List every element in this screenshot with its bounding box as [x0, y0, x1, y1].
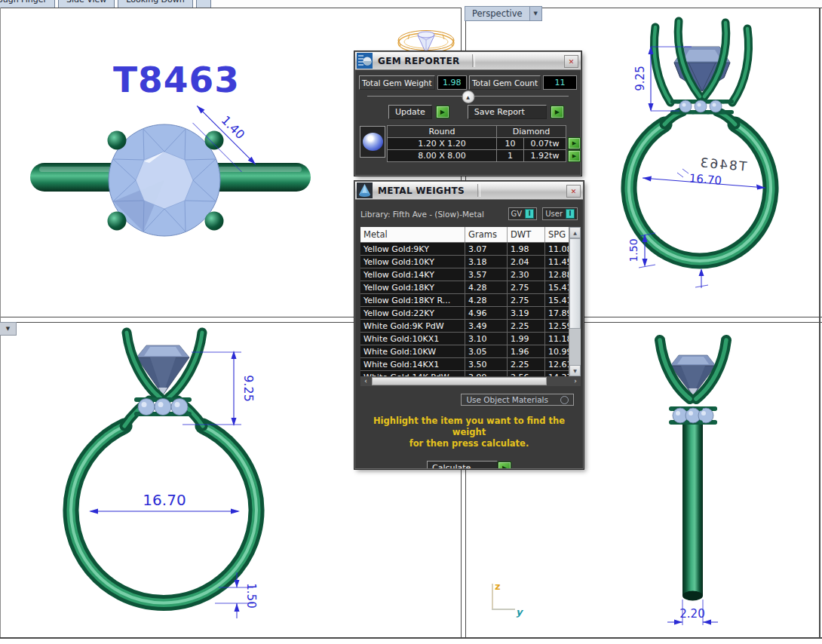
axis-y-label: y: [516, 606, 524, 618]
total-gem-count-value: 11: [543, 75, 577, 90]
cell-grams: 3.49: [465, 319, 508, 333]
cell-dwt: 1.99: [507, 332, 545, 345]
cell-grams: 4.96: [465, 306, 508, 320]
gv-toggle[interactable]: GV: [508, 207, 538, 220]
gem-reporter-panel: GEM REPORTER Total Gem Weight 1.98 Total…: [354, 51, 581, 176]
table-row[interactable]: Yellow Gold:18KY R... 4.28 2.75 15.41: [360, 294, 581, 307]
gem-reporter-buttons: Update Save Report: [388, 105, 581, 119]
tab-label: Looking Down: [126, 0, 184, 5]
cell-metal: Yellow Gold:14KY: [360, 268, 465, 281]
table-row[interactable]: White Gold:10KX1 3.10 1.99 11.18: [360, 333, 581, 345]
horizontal-scrollbar[interactable]: [360, 376, 581, 386]
gem-thumbnail: [360, 126, 385, 158]
gem-reporter-icon: [357, 53, 373, 69]
viewport-tab-stub[interactable]: [196, 0, 211, 8]
gem-totals-row: Total Gem Weight 1.98 Total Gem Count 11: [359, 75, 577, 90]
scroll-left-icon[interactable]: [360, 376, 371, 386]
gem-size: 8.00 X 8.00: [387, 149, 497, 162]
radio-circle-icon[interactable]: [560, 396, 569, 404]
leader-mark: [695, 268, 708, 288]
use-object-materials-row: Use Object Materials: [355, 394, 574, 406]
scroll-up-icon[interactable]: [569, 227, 581, 238]
column-header-dwt[interactable]: DWT: [507, 227, 545, 243]
tab-strip: Through Finger Side View Looking Down: [0, 0, 211, 8]
cell-dwt: 2.56: [507, 370, 545, 376]
metal-weights-titlebar[interactable]: METAL WEIGHTS: [355, 182, 583, 200]
gem-size: 1.20 X 1.20: [387, 137, 497, 150]
cell-metal: Yellow Gold:18KY R...: [360, 293, 465, 307]
use-object-materials-label: Use Object Materials: [466, 395, 548, 404]
user-toggle[interactable]: User: [542, 207, 578, 220]
collapse-separator: [367, 96, 569, 104]
gem-reporter-titlebar[interactable]: GEM REPORTER: [355, 52, 581, 70]
table-row[interactable]: Yellow Gold:22KY 4.96 3.19 17.89: [360, 307, 581, 320]
table-row[interactable]: Yellow Gold:18KY 4.28 2.75 15.41: [360, 281, 581, 294]
gem-type-header: Diamond: [496, 125, 566, 138]
table-row[interactable]: White Gold:14KX1 3.50 2.25 12.61: [360, 358, 581, 371]
window-border-bottom: [0, 637, 822, 639]
close-icon[interactable]: [566, 185, 581, 198]
table-row[interactable]: White Gold:10KW 3.05 1.96 10.99: [360, 345, 581, 358]
dimension-label-inner-diameter: 16.70: [689, 171, 722, 187]
window-border-right: [819, 8, 820, 639]
table-row[interactable]: White Gold:9K PdW 3.49 2.25 12.59: [360, 320, 581, 333]
use-object-materials-button[interactable]: Use Object Materials: [461, 394, 574, 406]
metal-table-header: Metal Grams DWT SPG: [360, 227, 581, 243]
cell-grams: 3.10: [465, 332, 508, 345]
gem-summary-table: Round Diamond 1.20 X 1.20 10 0.07tw 8.00…: [360, 126, 581, 162]
table-row[interactable]: White Gold:14K PdW 3.99 2.56 14.37: [360, 371, 581, 376]
cell-grams: 3.57: [465, 268, 508, 281]
cell-grams: 3.50: [465, 357, 508, 371]
calculate-row: Calculate: [355, 461, 583, 469]
viewport-tab-through-finger[interactable]: Through Finger: [0, 0, 55, 8]
calculate-button[interactable]: Calculate: [427, 461, 498, 469]
engraved-model-number-mirrored: T8463: [698, 155, 748, 174]
gem-row-go-icon[interactable]: [568, 150, 581, 162]
panel-title: METAL WEIGHTS: [378, 186, 465, 196]
cell-dwt: 2.25: [507, 357, 545, 371]
viewport-label-collapsed[interactable]: [0, 322, 17, 336]
titlebar-groove: [477, 184, 480, 197]
scrollbar-thumb[interactable]: [569, 238, 581, 329]
scroll-right-icon[interactable]: [570, 376, 581, 386]
scroll-down-icon[interactable]: [569, 365, 581, 376]
calculate-go-icon[interactable]: [498, 462, 511, 469]
gem-row-go-icon[interactable]: [568, 137, 581, 149]
gem-table-row: 1.20 X 1.20 10 0.07tw: [388, 138, 581, 150]
viewport-tab-bar: Through Finger Side View Looking Down: [0, 0, 822, 8]
cell-metal: White Gold:10KX1: [360, 332, 465, 345]
scrollbar-thumb[interactable]: [372, 377, 547, 385]
update-go-icon[interactable]: [436, 106, 449, 118]
gem-shape-header: Round: [387, 125, 497, 138]
collapse-arrow-icon[interactable]: [462, 90, 474, 103]
titlebar-groove: [472, 54, 475, 67]
gem-table-grid: Round Diamond 1.20 X 1.20 10 0.07tw 8.00…: [388, 126, 581, 162]
column-header-metal[interactable]: Metal: [360, 227, 465, 243]
total-gem-weight-value: 1.98: [437, 75, 467, 90]
vertical-scrollbar[interactable]: [569, 227, 581, 376]
save-report-button[interactable]: Save Report: [468, 105, 547, 119]
close-icon[interactable]: [564, 55, 578, 68]
save-report-go-icon[interactable]: [551, 106, 564, 118]
instruction-line: Highlight the item you want to find the …: [360, 416, 578, 438]
app-window: Through Finger Side View Looking Down Pe…: [0, 0, 822, 644]
gem-weight: 0.07tw: [523, 137, 566, 150]
table-row[interactable]: Yellow Gold:10KY 3.18 2.04 11.45: [360, 256, 581, 268]
dimension-shank-width: 2.20: [667, 600, 718, 625]
tab-label: Through Finger: [0, 0, 47, 5]
cell-dwt: 2.30: [507, 268, 545, 281]
viewport-tab-looking-down[interactable]: Looking Down: [118, 0, 192, 8]
instruction-line: for then press calculate.: [360, 438, 578, 449]
table-row[interactable]: Yellow Gold:14KY 3.57 2.30 12.88: [360, 268, 581, 281]
cell-dwt: 2.25: [507, 319, 545, 333]
update-button[interactable]: Update: [388, 105, 432, 119]
viewport-title-dropdown[interactable]: Perspective: [465, 6, 542, 21]
metal-weights-panel: METAL WEIGHTS Library: Fifth Ave - (Slow…: [354, 181, 584, 469]
table-row[interactable]: Yellow Gold:9KY 3.07 1.98 11.08: [360, 243, 581, 256]
gem-table-row: 8.00 X 8.00 1 1.92tw: [388, 150, 581, 162]
accent-stone-band-front: [134, 397, 192, 416]
dimension-label-shank-thickness: 1.50: [627, 238, 640, 262]
chevron-down-icon[interactable]: [530, 6, 542, 21]
column-header-grams[interactable]: Grams: [465, 227, 508, 243]
viewport-tab-side-view[interactable]: Side View: [58, 0, 115, 8]
